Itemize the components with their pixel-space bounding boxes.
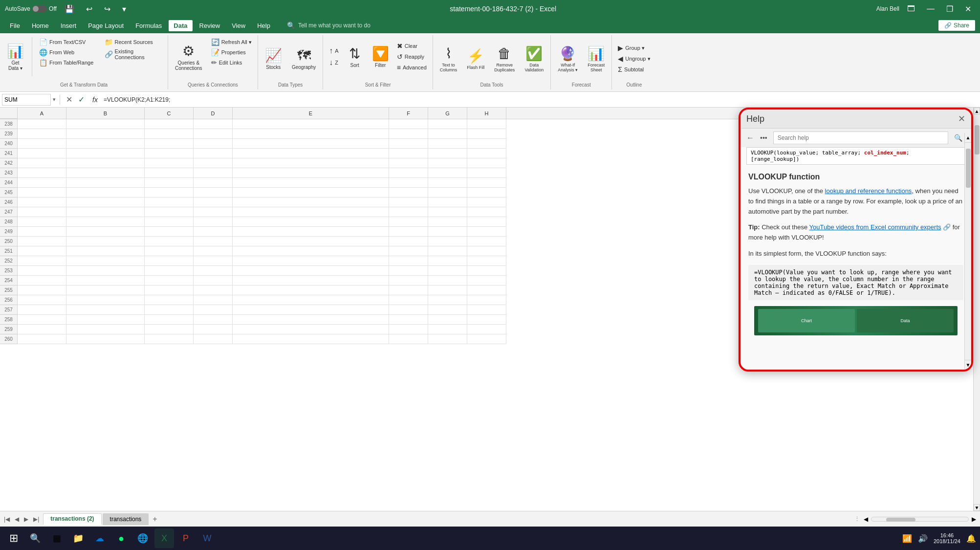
formula-input[interactable]: =VLOOKUP(K2;A1:K219; (104, 96, 978, 103)
cell-G250[interactable] (428, 237, 467, 246)
col-header-f[interactable]: F (389, 108, 428, 119)
share-button[interactable]: 🔗Share (938, 20, 975, 31)
corner-cell[interactable] (0, 108, 18, 119)
cell-D256[interactable] (194, 295, 233, 305)
search-bar-hint[interactable]: Tell me what you want to do (298, 22, 370, 29)
menu-file[interactable]: File (5, 20, 25, 31)
cell-F256[interactable] (389, 295, 428, 305)
cell-A252[interactable] (18, 256, 66, 266)
cell-E253[interactable] (233, 266, 389, 276)
help-scroll-up[interactable]: ▲ (965, 133, 971, 143)
cell-E247[interactable] (233, 207, 389, 217)
cell-B247[interactable] (66, 207, 145, 217)
cell-A238[interactable] (18, 119, 66, 129)
cell-C248[interactable] (145, 217, 194, 227)
row-number-239[interactable]: 239 (0, 129, 18, 139)
cell-D260[interactable] (194, 334, 233, 344)
cell-C247[interactable] (145, 207, 194, 217)
queries-connections-button[interactable]: ⚙ Queries & Connections (171, 37, 206, 76)
cell-H245[interactable] (467, 188, 506, 198)
col-header-c[interactable]: C (145, 108, 194, 119)
cell-C252[interactable] (145, 256, 194, 266)
help-content[interactable]: VLOOKUP function Use VLOOKUP, one of the… (740, 167, 971, 370)
cell-F239[interactable] (389, 129, 428, 139)
cell-G245[interactable] (428, 188, 467, 198)
row-number-242[interactable]: 242 (0, 158, 18, 168)
menu-data[interactable]: Data (169, 20, 192, 31)
cell-H248[interactable] (467, 217, 506, 227)
cell-F257[interactable] (389, 305, 428, 315)
powerpoint-button[interactable]: P (176, 528, 196, 548)
cell-H256[interactable] (467, 295, 506, 305)
cell-D250[interactable] (194, 237, 233, 246)
cell-E256[interactable] (233, 295, 389, 305)
ribbon-display-button[interactable]: 🗖 (903, 3, 919, 14)
cell-E244[interactable] (233, 178, 389, 188)
scroll-track[interactable] (974, 114, 980, 504)
cell-F255[interactable] (389, 286, 428, 295)
cell-F247[interactable] (389, 207, 428, 217)
help-scroll-thumb[interactable] (966, 149, 971, 188)
cell-C243[interactable] (145, 168, 194, 178)
cell-G253[interactable] (428, 266, 467, 276)
cell-G258[interactable] (428, 315, 467, 325)
cell-B251[interactable] (66, 246, 145, 256)
cell-D251[interactable] (194, 246, 233, 256)
help-link-functions[interactable]: lookup and reference functions (825, 187, 912, 195)
horizontal-scroll-left[interactable]: ◀ (862, 515, 870, 524)
cell-G243[interactable] (428, 168, 467, 178)
cell-E242[interactable] (233, 158, 389, 168)
from-table-range-button[interactable]: 📋From Table/Range (36, 58, 100, 67)
cell-D242[interactable] (194, 158, 233, 168)
accept-button[interactable]: ✓ (76, 95, 87, 104)
help-back-button[interactable]: ← (746, 133, 754, 142)
cell-F244[interactable] (389, 178, 428, 188)
cell-B249[interactable] (66, 227, 145, 237)
cancel-button[interactable]: ✕ (64, 95, 74, 104)
cell-B252[interactable] (66, 256, 145, 266)
cell-B257[interactable] (66, 305, 145, 315)
cell-E241[interactable] (233, 149, 389, 158)
remove-duplicates-button[interactable]: 🗑 Remove Duplicates (490, 39, 519, 78)
fx-icon[interactable]: fx (88, 96, 102, 104)
menu-home[interactable]: Home (27, 20, 54, 31)
cell-C242[interactable] (145, 158, 194, 168)
cell-H246[interactable] (467, 198, 506, 207)
cell-F245[interactable] (389, 188, 428, 198)
menu-review[interactable]: Review (195, 20, 225, 31)
row-number-257[interactable]: 257 (0, 305, 18, 315)
expand-formula-icon[interactable]: ▾ (53, 96, 56, 103)
cell-G260[interactable] (428, 334, 467, 344)
row-number-253[interactable]: 253 (0, 266, 18, 276)
forecast-sheet-button[interactable]: 📊 Forecast Sheet (584, 39, 609, 78)
cell-B248[interactable] (66, 217, 145, 227)
from-web-button[interactable]: 🌐From Web (36, 47, 100, 57)
row-number-243[interactable]: 243 (0, 168, 18, 178)
minimize-button[interactable]: — (923, 3, 938, 14)
cell-E254[interactable] (233, 276, 389, 286)
cell-E251[interactable] (233, 246, 389, 256)
cell-F250[interactable] (389, 237, 428, 246)
cell-H249[interactable] (467, 227, 506, 237)
scroll-thumb[interactable] (975, 125, 980, 154)
cell-G238[interactable] (428, 119, 467, 129)
file-explorer-button[interactable]: 📁 (68, 528, 88, 548)
cell-A259[interactable] (18, 325, 66, 334)
task-view-button[interactable]: ▦ (47, 528, 66, 548)
cell-G240[interactable] (428, 139, 467, 149)
sort-az-button[interactable]: ↑A (326, 45, 341, 56)
sheet-tab-transactions[interactable]: transactions (103, 513, 149, 525)
search-button[interactable]: 🔍 (25, 528, 45, 548)
cell-F238[interactable] (389, 119, 428, 129)
col-header-a[interactable]: A (18, 108, 66, 119)
start-button[interactable]: ⊞ (4, 528, 23, 548)
cell-D248[interactable] (194, 217, 233, 227)
cell-A244[interactable] (18, 178, 66, 188)
save-button[interactable]: 💾 (61, 3, 78, 15)
sheet-nav-next[interactable]: ▶ (22, 515, 30, 524)
cell-E259[interactable] (233, 325, 389, 334)
cell-C238[interactable] (145, 119, 194, 129)
vertical-scrollbar[interactable]: ▲ ▼ (973, 108, 980, 511)
cell-G254[interactable] (428, 276, 467, 286)
properties-button[interactable]: 📝Properties (208, 47, 255, 57)
